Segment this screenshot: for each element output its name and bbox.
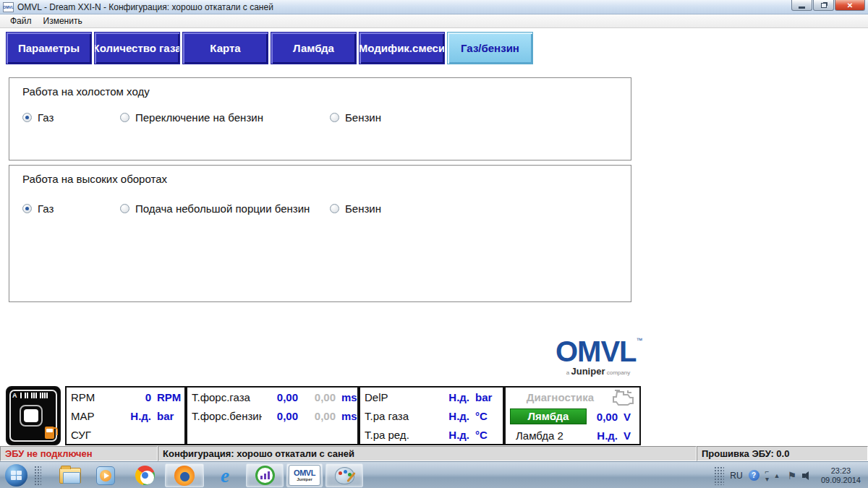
high-rpm-group-title: Работа на высоких оборотах (22, 173, 167, 185)
highrpm-option-gas[interactable]: Газ (22, 201, 54, 215)
radio-icon[interactable] (330, 113, 339, 122)
petrol-injector-row: Т.форс.бензина 0,00 0,00 ms (187, 406, 357, 425)
gas-temp-row: Т.ра газа Н.д. °C (360, 406, 503, 425)
pressure-temp-panel: DelP Н.д. bar Т.ра газа Н.д. °C Т.ра ред… (359, 386, 504, 445)
restore-button[interactable] (813, 0, 834, 11)
radio-selected-icon[interactable] (22, 204, 32, 213)
firefox-icon (174, 466, 195, 486)
radio-selected-icon[interactable] (22, 113, 32, 122)
menu-bar: Файл Изменить (0, 14, 868, 28)
menu-edit[interactable]: Изменить (38, 15, 88, 27)
safely-remove-icon[interactable]: ⌐▾ (765, 468, 770, 483)
check-engine-icon (610, 390, 635, 406)
action-center-flag-icon[interactable]: ⚑ (787, 470, 796, 481)
minimize-button[interactable] (791, 0, 812, 11)
rpm-value: 0 (116, 391, 151, 403)
delp-row: DelP Н.д. bar (360, 388, 503, 406)
taskbar: e OMVL Juniper RU ? ⌐▾ ▲ ⚑ 23:23 09.09.2… (0, 461, 868, 488)
ecu-connection-status: ЭБУ не подключен (0, 446, 158, 461)
lambda-value: 0,00 (587, 411, 618, 423)
internet-explorer-icon: e (221, 466, 229, 485)
petrol-injector-value2: 0,00 (298, 410, 336, 422)
tray-clock[interactable]: 23:23 09.09.2014 (821, 466, 861, 485)
fuel-selector-switch[interactable]: A (6, 386, 61, 445)
firefox-taskbar-button[interactable] (165, 463, 204, 487)
radio-icon[interactable] (120, 204, 129, 213)
app-icon: OMVL (3, 2, 14, 12)
gas-injector-value: 0,00 (262, 391, 298, 403)
fuel-pump-icon (45, 427, 54, 439)
gas-injector-value2: 0,00 (298, 391, 336, 403)
radio-icon[interactable] (330, 204, 339, 213)
restore-icon (821, 3, 827, 8)
title-bar: OMVL OMVL - Dream XXI-N - Конфигурация: … (0, 0, 868, 14)
tray-drag-handle[interactable] (714, 466, 724, 485)
stats-icon (255, 466, 275, 485)
high-rpm-group: Работа на высоких оборотах Газ Подача не… (9, 165, 631, 302)
lambda2-value: Н.д. (587, 429, 618, 442)
paint-icon (335, 467, 354, 484)
explorer-taskbar-button[interactable] (54, 463, 87, 487)
omvl-taskbar-icon: OMVL Juniper (289, 465, 320, 486)
gas-temp-value: Н.д. (425, 410, 469, 422)
folder-icon (59, 468, 81, 484)
engine-readings-panel: RPM 0 RPM MAP Н.д. bar СУГ (65, 386, 186, 445)
stats-app-taskbar-button[interactable] (246, 463, 284, 487)
show-hidden-icons[interactable]: ▲ (773, 472, 780, 479)
tab-gas-petrol[interactable]: Газ/бензин (447, 32, 533, 64)
tray-time: 23:23 (821, 466, 861, 476)
diagnostics-panel: Диагностика Лямбда 0,00 V Ламбда 2 Н.д. … (504, 386, 641, 445)
media-player-taskbar-button[interactable] (90, 463, 122, 487)
reducer-temp-row: Т.ра ред. Н.д. °C (360, 425, 503, 444)
start-button[interactable] (3, 463, 29, 487)
chrome-icon (135, 466, 155, 485)
lambda-row: Лямбда 0,00 V (506, 407, 639, 426)
configuration-status: Конфигурация: хорошо откатали с саней (158, 446, 697, 461)
highrpm-option-petrol-portion[interactable]: Подача небольшой порции бензин (120, 201, 310, 215)
rpm-row: RPM 0 RPM (67, 388, 184, 406)
windows-start-icon (5, 464, 27, 487)
language-indicator[interactable]: RU (730, 471, 742, 481)
chrome-taskbar-button[interactable] (127, 463, 162, 487)
tab-parameters[interactable]: Параметры (6, 32, 92, 64)
taskbar-drag-handle[interactable] (33, 463, 42, 487)
tab-gas-quantity[interactable]: Количество газа (94, 32, 180, 64)
idle-option-switch-to-petrol[interactable]: Переключение на бензин (120, 110, 263, 124)
omvl-logo: OMVL™ a Juniper company (556, 337, 641, 377)
lambda2-label: Ламбда 2 (510, 429, 587, 442)
map-row: MAP Н.д. bar (67, 406, 184, 425)
map-value: Н.д. (116, 410, 151, 422)
internet-explorer-taskbar-button[interactable]: e (207, 463, 243, 487)
tab-lambda[interactable]: Ламбда (271, 32, 357, 64)
gas-injector-row: Т.форс.газа 0,00 0,00 ms (187, 388, 357, 406)
volume-icon[interactable] (802, 471, 812, 480)
tab-mixture-modifier[interactable]: Модифик.смеси (359, 32, 445, 64)
media-player-icon (96, 466, 115, 485)
paint-taskbar-button[interactable] (326, 463, 363, 487)
idle-mode-group-title: Работа на холостом ходу (22, 85, 150, 98)
delp-value: Н.д. (425, 391, 469, 403)
close-icon: ✕ (847, 1, 853, 9)
status-bar: ЭБУ не подключен Конфигурация: хорошо от… (0, 446, 868, 461)
close-button[interactable]: ✕ (835, 0, 865, 11)
gas-level-scale: A (12, 393, 54, 398)
reducer-temp-value: Н.д. (425, 429, 469, 441)
highrpm-option-petrol[interactable]: Бензин (330, 201, 381, 215)
idle-mode-group: Работа на холостом ходу Газ Переключение… (9, 77, 631, 160)
idle-option-gas[interactable]: Газ (22, 110, 54, 124)
radio-icon[interactable] (120, 113, 129, 122)
help-icon[interactable]: ? (749, 470, 760, 481)
omvl-taskbar-button[interactable]: OMVL Juniper (286, 463, 323, 487)
tray-date: 09.09.2014 (821, 476, 861, 485)
idle-option-petrol[interactable]: Бензин (330, 110, 381, 124)
menu-file[interactable]: Файл (4, 15, 38, 27)
window-title: OMVL - Dream XXI-N - Конфигурация: хорош… (17, 2, 273, 12)
fuel-switch-button[interactable] (20, 405, 43, 427)
lpg-row: СУГ (67, 425, 184, 444)
lambda2-row: Ламбда 2 Н.д. V (506, 426, 639, 445)
firmware-status: Прошивка ЭБУ: 0.0 (697, 446, 868, 461)
system-tray: RU ? ⌐▾ ▲ ⚑ 23:23 09.09.2014 (714, 462, 868, 488)
petrol-injector-value: 0,00 (262, 410, 298, 422)
minimize-icon (799, 7, 805, 9)
tab-map[interactable]: Карта (182, 32, 268, 64)
